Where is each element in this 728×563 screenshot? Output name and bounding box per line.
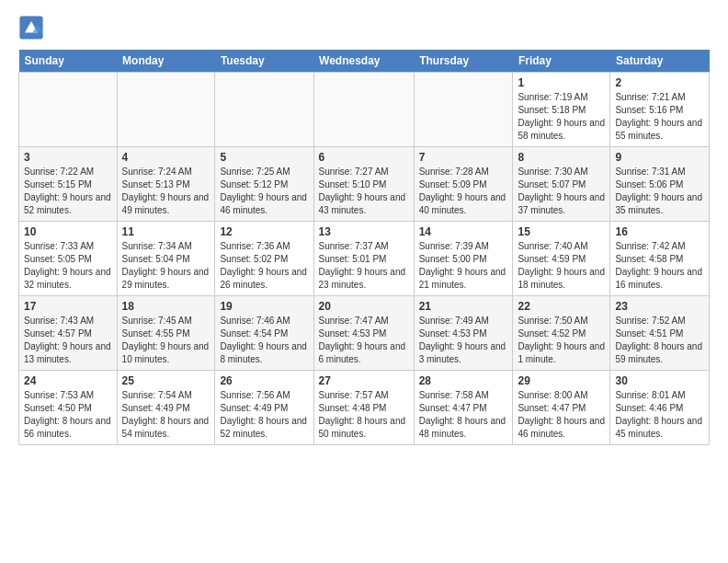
day-info: Sunrise: 7:27 AM Sunset: 5:10 PM Dayligh… <box>319 166 409 217</box>
calendar-day-cell: 3Sunrise: 7:22 AM Sunset: 5:15 PM Daylig… <box>19 147 118 222</box>
calendar-day-cell: 29Sunrise: 8:00 AM Sunset: 4:47 PM Dayli… <box>513 371 610 445</box>
day-info: Sunrise: 7:52 AM Sunset: 4:51 PM Dayligh… <box>615 315 704 366</box>
calendar-day-cell: 19Sunrise: 7:46 AM Sunset: 4:54 PM Dayli… <box>215 296 313 371</box>
day-info: Sunrise: 7:46 AM Sunset: 4:54 PM Dayligh… <box>220 315 308 366</box>
day-info: Sunrise: 7:47 AM Sunset: 4:53 PM Dayligh… <box>319 315 409 366</box>
calendar-day-cell: 5Sunrise: 7:25 AM Sunset: 5:12 PM Daylig… <box>215 147 313 222</box>
day-info: Sunrise: 7:36 AM Sunset: 5:02 PM Dayligh… <box>220 240 308 292</box>
day-info: Sunrise: 8:00 AM Sunset: 4:47 PM Dayligh… <box>518 389 605 441</box>
calendar-day-cell: 26Sunrise: 7:56 AM Sunset: 4:49 PM Dayli… <box>215 371 313 445</box>
day-info: Sunrise: 7:49 AM Sunset: 4:53 PM Dayligh… <box>419 315 508 366</box>
calendar-week-row: 17Sunrise: 7:43 AM Sunset: 4:57 PM Dayli… <box>19 296 710 371</box>
day-info: Sunrise: 7:24 AM Sunset: 5:13 PM Dayligh… <box>122 166 210 217</box>
day-info: Sunrise: 7:56 AM Sunset: 4:49 PM Dayligh… <box>220 389 308 441</box>
calendar-day-cell: 2Sunrise: 7:21 AM Sunset: 5:16 PM Daylig… <box>610 73 710 147</box>
day-info: Sunrise: 7:45 AM Sunset: 4:55 PM Dayligh… <box>122 315 210 366</box>
logo <box>18 15 48 40</box>
weekday-header: Friday <box>513 50 610 73</box>
day-number: 14 <box>419 225 508 238</box>
calendar-day-cell: 9Sunrise: 7:31 AM Sunset: 5:06 PM Daylig… <box>610 147 710 222</box>
calendar-day-cell: 13Sunrise: 7:37 AM Sunset: 5:01 PM Dayli… <box>313 222 414 296</box>
day-number: 18 <box>122 300 210 313</box>
day-number: 7 <box>419 151 508 164</box>
calendar-day-cell <box>19 73 118 147</box>
page: SundayMondayTuesdayWednesdayThursdayFrid… <box>0 0 728 454</box>
day-number: 5 <box>220 151 308 164</box>
day-number: 13 <box>319 225 409 238</box>
day-info: Sunrise: 7:50 AM Sunset: 4:52 PM Dayligh… <box>518 315 605 366</box>
weekday-header: Tuesday <box>215 50 313 73</box>
day-number: 4 <box>122 151 210 164</box>
logo-icon <box>18 15 44 40</box>
calendar-week-row: 24Sunrise: 7:53 AM Sunset: 4:50 PM Dayli… <box>19 371 710 445</box>
calendar-day-cell: 16Sunrise: 7:42 AM Sunset: 4:58 PM Dayli… <box>610 222 710 296</box>
calendar-day-cell: 14Sunrise: 7:39 AM Sunset: 5:00 PM Dayli… <box>414 222 513 296</box>
day-number: 25 <box>122 374 210 387</box>
day-number: 9 <box>615 151 704 164</box>
day-number: 1 <box>518 76 605 89</box>
calendar-table: SundayMondayTuesdayWednesdayThursdayFrid… <box>18 50 710 445</box>
day-info: Sunrise: 7:54 AM Sunset: 4:49 PM Dayligh… <box>122 389 210 441</box>
day-number: 6 <box>319 151 409 164</box>
calendar-week-row: 1Sunrise: 7:19 AM Sunset: 5:18 PM Daylig… <box>19 73 710 147</box>
calendar-day-cell: 20Sunrise: 7:47 AM Sunset: 4:53 PM Dayli… <box>313 296 414 371</box>
day-number: 2 <box>615 76 704 89</box>
calendar-week-row: 10Sunrise: 7:33 AM Sunset: 5:05 PM Dayli… <box>19 222 710 296</box>
calendar-day-cell: 8Sunrise: 7:30 AM Sunset: 5:07 PM Daylig… <box>513 147 610 222</box>
calendar-day-cell: 12Sunrise: 7:36 AM Sunset: 5:02 PM Dayli… <box>215 222 313 296</box>
day-info: Sunrise: 7:57 AM Sunset: 4:48 PM Dayligh… <box>319 389 409 441</box>
weekday-header: Thursday <box>414 50 513 73</box>
calendar-day-cell: 24Sunrise: 7:53 AM Sunset: 4:50 PM Dayli… <box>19 371 118 445</box>
calendar-day-cell <box>313 73 414 147</box>
calendar-day-cell: 30Sunrise: 8:01 AM Sunset: 4:46 PM Dayli… <box>610 371 710 445</box>
day-number: 20 <box>319 300 409 313</box>
day-number: 8 <box>518 151 605 164</box>
weekday-header: Wednesday <box>313 50 414 73</box>
day-number: 21 <box>419 300 508 313</box>
calendar-day-cell <box>215 73 313 147</box>
calendar-day-cell: 18Sunrise: 7:45 AM Sunset: 4:55 PM Dayli… <box>117 296 215 371</box>
calendar-day-cell: 7Sunrise: 7:28 AM Sunset: 5:09 PM Daylig… <box>414 147 513 222</box>
day-number: 16 <box>615 225 704 238</box>
day-info: Sunrise: 7:43 AM Sunset: 4:57 PM Dayligh… <box>24 315 112 366</box>
day-number: 3 <box>24 151 112 164</box>
calendar-day-cell: 23Sunrise: 7:52 AM Sunset: 4:51 PM Dayli… <box>610 296 710 371</box>
day-number: 30 <box>615 374 704 387</box>
day-number: 23 <box>615 300 704 313</box>
day-number: 11 <box>122 225 210 238</box>
day-info: Sunrise: 7:53 AM Sunset: 4:50 PM Dayligh… <box>24 389 112 441</box>
day-info: Sunrise: 7:25 AM Sunset: 5:12 PM Dayligh… <box>220 166 308 217</box>
calendar-day-cell <box>414 73 513 147</box>
weekday-header-row: SundayMondayTuesdayWednesdayThursdayFrid… <box>19 50 710 73</box>
day-number: 28 <box>419 374 508 387</box>
calendar-day-cell: 6Sunrise: 7:27 AM Sunset: 5:10 PM Daylig… <box>313 147 414 222</box>
day-number: 19 <box>220 300 308 313</box>
calendar-day-cell: 4Sunrise: 7:24 AM Sunset: 5:13 PM Daylig… <box>117 147 215 222</box>
calendar-day-cell: 10Sunrise: 7:33 AM Sunset: 5:05 PM Dayli… <box>19 222 118 296</box>
day-info: Sunrise: 7:37 AM Sunset: 5:01 PM Dayligh… <box>319 240 409 292</box>
calendar-day-cell: 1Sunrise: 7:19 AM Sunset: 5:18 PM Daylig… <box>513 73 610 147</box>
day-info: Sunrise: 7:58 AM Sunset: 4:47 PM Dayligh… <box>419 389 508 441</box>
day-info: Sunrise: 7:31 AM Sunset: 5:06 PM Dayligh… <box>615 166 704 217</box>
day-info: Sunrise: 7:42 AM Sunset: 4:58 PM Dayligh… <box>615 240 704 292</box>
day-info: Sunrise: 7:30 AM Sunset: 5:07 PM Dayligh… <box>518 166 605 217</box>
day-number: 17 <box>24 300 112 313</box>
weekday-header: Monday <box>117 50 215 73</box>
day-number: 15 <box>518 225 605 238</box>
calendar-day-cell: 11Sunrise: 7:34 AM Sunset: 5:04 PM Dayli… <box>117 222 215 296</box>
calendar-day-cell: 28Sunrise: 7:58 AM Sunset: 4:47 PM Dayli… <box>414 371 513 445</box>
day-number: 29 <box>518 374 605 387</box>
day-info: Sunrise: 7:28 AM Sunset: 5:09 PM Dayligh… <box>419 166 508 217</box>
day-info: Sunrise: 7:39 AM Sunset: 5:00 PM Dayligh… <box>419 240 508 292</box>
day-info: Sunrise: 7:22 AM Sunset: 5:15 PM Dayligh… <box>24 166 112 217</box>
day-number: 24 <box>24 374 112 387</box>
calendar-day-cell: 21Sunrise: 7:49 AM Sunset: 4:53 PM Dayli… <box>414 296 513 371</box>
calendar-day-cell: 15Sunrise: 7:40 AM Sunset: 4:59 PM Dayli… <box>513 222 610 296</box>
day-info: Sunrise: 7:19 AM Sunset: 5:18 PM Dayligh… <box>518 91 605 143</box>
day-number: 10 <box>24 225 112 238</box>
day-number: 12 <box>220 225 308 238</box>
day-info: Sunrise: 7:34 AM Sunset: 5:04 PM Dayligh… <box>122 240 210 292</box>
calendar-week-row: 3Sunrise: 7:22 AM Sunset: 5:15 PM Daylig… <box>19 147 710 222</box>
day-info: Sunrise: 7:40 AM Sunset: 4:59 PM Dayligh… <box>518 240 605 292</box>
calendar-day-cell: 17Sunrise: 7:43 AM Sunset: 4:57 PM Dayli… <box>19 296 118 371</box>
